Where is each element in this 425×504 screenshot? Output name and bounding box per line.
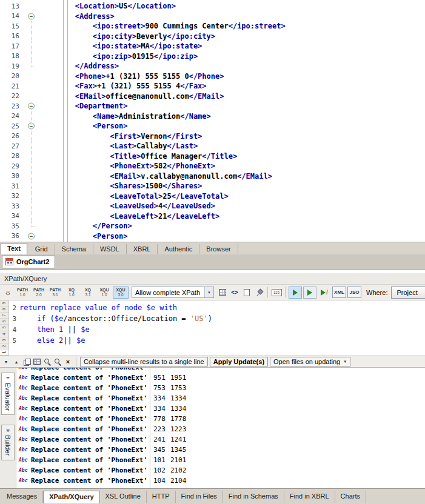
xml-code-line[interactable]: 15 <ipo:street>900 Cummings Center</ipo:… bbox=[0, 21, 425, 31]
result-row[interactable]: AbcReplace content of 'PhoneExt'1012101 bbox=[16, 455, 425, 465]
output-tab-xpath-xquery[interactable]: XPath/XQuery bbox=[43, 491, 99, 503]
xml-code-line[interactable]: 13 <Location>US</Location> bbox=[0, 1, 425, 12]
xpath-version-button-xq-1-0[interactable]: XQ1.0 bbox=[64, 287, 79, 299]
xml-code-line[interactable]: 18 <ipo:zip>01915</ipo:zip> bbox=[0, 51, 425, 62]
evaluate-button[interactable] bbox=[289, 287, 302, 299]
xml-code-line[interactable]: 33 <LeaveUsed>4</LeaveUsed> bbox=[0, 201, 425, 211]
result-row[interactable]: AbcReplace content of 'PhoneExt'3341334 bbox=[16, 393, 425, 403]
expression-slot-tab-8[interactable]: 8 bbox=[0, 307, 8, 313]
pin-results-icon[interactable] bbox=[253, 287, 264, 298]
view-tab-browser[interactable]: Browser bbox=[199, 244, 238, 254]
view-tab-grid[interactable]: Grid bbox=[28, 244, 55, 254]
fold-collapse-icon[interactable]: − bbox=[24, 12, 40, 22]
xml-code-line[interactable]: 32 <LeaveTotal>25</LeaveTotal> bbox=[0, 191, 425, 202]
debug-button[interactable]: / bbox=[318, 287, 331, 299]
xquery-code-line[interactable]: 5 else 2|| $e bbox=[9, 335, 425, 346]
view-tab-wsdl[interactable]: WSDL bbox=[93, 244, 127, 254]
json-mode-button[interactable]: JSO bbox=[347, 287, 361, 298]
results-list[interactable]: AbcReplace content of 'PhoneExt'AbcRepla… bbox=[16, 368, 425, 488]
xpath-version-button-path-3-1[interactable]: PATH3.1 bbox=[47, 287, 63, 299]
expression-slot-tab-2[interactable]: 2 bbox=[0, 343, 8, 350]
xml-code-line[interactable]: 19 </Address> bbox=[0, 61, 425, 71]
find-next-icon[interactable] bbox=[53, 357, 62, 366]
view-tab-schema[interactable]: Schema bbox=[55, 244, 93, 254]
output-tab-find-in-files[interactable]: Find in Files bbox=[176, 491, 223, 503]
fold-collapse-icon[interactable]: − bbox=[24, 121, 40, 131]
next-result-icon[interactable]: ▼ bbox=[2, 357, 10, 366]
expression-slot-tab-6[interactable]: 6 bbox=[0, 319, 8, 325]
xml-code-line[interactable]: 22 <EMail>office@nanonull.com</EMail> bbox=[0, 91, 425, 102]
xpath-version-button-xqu-1-0[interactable]: XQU1.0 bbox=[96, 287, 112, 299]
xml-mode-button[interactable]: XML bbox=[332, 287, 346, 298]
output-tab-http[interactable]: HTTP bbox=[147, 491, 176, 503]
result-row[interactable]: AbcReplace content of 'PhoneExt'1022102 bbox=[16, 465, 425, 476]
output-tab-xsl-outline[interactable]: XSL Outline bbox=[100, 491, 147, 503]
evaluate-all-button[interactable] bbox=[303, 287, 316, 299]
line-numbers-toggle-icon[interactable]: 123 bbox=[271, 287, 282, 298]
new-document-icon[interactable] bbox=[241, 287, 252, 298]
expression-slot-tab-1[interactable]: 1 bbox=[0, 350, 8, 356]
result-row[interactable]: AbcReplace content of 'PhoneExt'3451345 bbox=[16, 445, 425, 455]
xml-code-line[interactable]: 29 <PhoneExt>582</PhoneExt> bbox=[0, 161, 425, 171]
file-tab-orgchart2[interactable]: OrgChart2 bbox=[2, 256, 55, 268]
xml-code-line[interactable]: 30 <EMail>v.callaby@nanonull.com</EMail> bbox=[0, 171, 425, 182]
xml-code-line[interactable]: 17 <ipo:state>MA</ipo:state> bbox=[0, 41, 425, 51]
scope-project-button[interactable]: Project bbox=[391, 287, 425, 299]
xml-code-line[interactable]: 26 <First>Vernon</First> bbox=[0, 131, 425, 142]
xpath-version-button-xqu-3-0[interactable]: XQU3.0 bbox=[113, 287, 129, 299]
view-tab-xbrl[interactable]: XBRL bbox=[127, 244, 158, 254]
xml-code-line[interactable]: 35 </Person> bbox=[0, 221, 425, 231]
output-tab-find-in-xbrl[interactable]: Find in XBRL bbox=[284, 491, 335, 503]
expression-slot-tab-7[interactable]: 7 bbox=[0, 313, 8, 319]
fold-collapse-icon[interactable]: − bbox=[24, 101, 40, 111]
view-tab-text[interactable]: Text bbox=[1, 243, 27, 254]
xml-source-icon[interactable]: <> bbox=[229, 287, 240, 298]
xml-code-line[interactable]: 31 <Shares>1500</Shares> bbox=[0, 181, 425, 191]
xml-code-line[interactable]: 25− <Person> bbox=[0, 121, 425, 131]
open-files-dropdown[interactable]: Open files on updating ▼ bbox=[270, 357, 350, 366]
xpath-version-button-path-1-0[interactable]: PATH1.0 bbox=[15, 287, 30, 299]
xpath-version-button-path-2-0[interactable]: PATH2.0 bbox=[31, 287, 47, 299]
xml-code-line[interactable]: 14− <Address> bbox=[0, 12, 425, 22]
result-row[interactable]: AbcReplace content of 'PhoneExt'7781778 bbox=[16, 414, 425, 424]
xml-editor[interactable]: 13 <Location>US</Location>14− <Address>1… bbox=[0, 0, 425, 242]
output-tab-messages[interactable]: Messages bbox=[1, 491, 43, 503]
xquery-code-line[interactable]: 3 if ($e/ancestor::Office/Location = 'US… bbox=[9, 313, 425, 324]
clear-results-icon[interactable]: × bbox=[64, 357, 72, 366]
result-row[interactable]: AbcReplace content of 'PhoneExt'3341334 bbox=[16, 403, 425, 414]
collapse-results-button[interactable]: Collapse multi-line results to a single … bbox=[80, 357, 208, 366]
expression-slot-tab-9[interactable]: 9 bbox=[0, 300, 8, 307]
expression-slot-tab-3[interactable]: 3 bbox=[0, 337, 8, 343]
xpath-mode-dropdown[interactable]: Allow complete XPath ▼ bbox=[132, 287, 214, 298]
result-row[interactable]: AbcReplace content of 'PhoneExt'1042104 bbox=[16, 476, 425, 486]
xml-code-line[interactable]: 23− <Department> bbox=[0, 101, 425, 111]
side-tab-evaluator[interactable]: =Evaluator bbox=[1, 373, 15, 415]
expression-slot-tab-4[interactable]: 4 bbox=[0, 331, 8, 337]
expression-slot-tab-5[interactable]: 5 bbox=[0, 325, 8, 331]
xpath-version-button-xq-3-1[interactable]: XQ3.1 bbox=[80, 287, 96, 299]
table-view-icon[interactable] bbox=[33, 357, 41, 366]
output-tab-find-in-schemas[interactable]: Find in Schemas bbox=[223, 491, 284, 503]
xquery-expression-editor[interactable]: 2return replace value of node $e with3 i… bbox=[9, 300, 425, 356]
xml-code-line[interactable]: 27 <Last>Callaby</Last> bbox=[0, 141, 425, 151]
xml-code-line[interactable]: 24 <Name>Administration</Name> bbox=[0, 111, 425, 122]
xml-code-line[interactable]: 36− <Person> bbox=[0, 231, 425, 242]
result-row[interactable]: AbcReplace content of 'PhoneExt'9511951 bbox=[16, 373, 425, 383]
xml-code-line[interactable]: 21 <Fax>+1 (321) 555 5155 4</Fax> bbox=[0, 81, 425, 91]
copy-icon[interactable] bbox=[22, 357, 31, 366]
xml-code-line[interactable]: 28 <Title>Office Manager</Title> bbox=[0, 151, 425, 162]
xquery-code-line[interactable]: 4 then 1 || $e bbox=[9, 324, 425, 335]
xml-code-line[interactable]: 20 <Phone>+1 (321) 555 5155 0</Phone> bbox=[0, 71, 425, 82]
result-row[interactable]: AbcReplace content of 'PhoneExt'2411241 bbox=[16, 434, 425, 445]
xquery-code-line[interactable]: 2return replace value of node $e with bbox=[9, 302, 425, 313]
xml-code-line[interactable]: 16 <ipo:city>Beverly</ipo:city> bbox=[0, 31, 425, 42]
output-tab-charts[interactable]: Charts bbox=[335, 491, 366, 503]
result-row[interactable]: AbcReplace content of 'PhoneExt' bbox=[16, 368, 425, 373]
find-icon[interactable] bbox=[43, 357, 52, 366]
previous-result-icon[interactable]: ▲ bbox=[12, 357, 21, 366]
apply-updates-button[interactable]: Apply Update(s) bbox=[210, 357, 268, 366]
settings-icon[interactable]: ☼ bbox=[2, 287, 13, 298]
view-tab-authentic[interactable]: Authentic bbox=[158, 244, 199, 254]
result-row[interactable]: AbcReplace content of 'PhoneExt'2231223 bbox=[16, 424, 425, 434]
xml-code-line[interactable]: 34 <LeaveLeft>21</LeaveLeft> bbox=[0, 211, 425, 222]
